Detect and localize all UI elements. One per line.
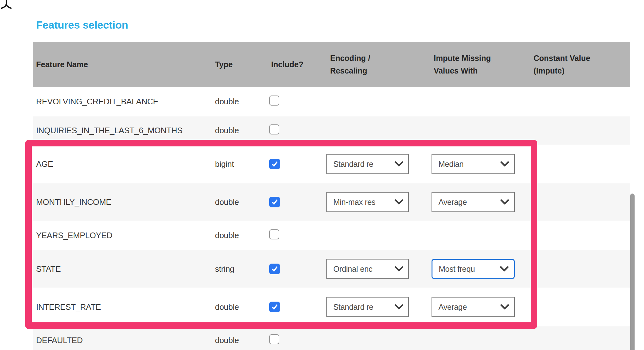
encoding-rescaling-select[interactable]: Ordinal enc bbox=[326, 259, 409, 279]
feature-name: DEFAULTED bbox=[33, 336, 215, 345]
table-row: STATE string Ordinal enc bbox=[33, 250, 630, 288]
impute-missing-select[interactable]: Median bbox=[432, 154, 515, 174]
table-header-row: Feature Name Type Include? Encoding / Re… bbox=[33, 42, 630, 87]
table-row: MONTHLY_INCOME double Min-max res bbox=[33, 183, 630, 221]
vertical-scrollbar-thumb[interactable] bbox=[630, 194, 635, 350]
encoding-rescaling-select[interactable]: Standard re bbox=[326, 154, 409, 174]
feature-name: REVOLVING_CREDIT_BALANCE bbox=[33, 97, 215, 107]
encoding-rescaling-select[interactable]: Min-max res bbox=[326, 192, 409, 212]
text-cursor-icon bbox=[0, 0, 14, 9]
table-row: DEFAULTED double bbox=[33, 326, 630, 350]
feature-type: string bbox=[215, 264, 269, 274]
feature-type: double bbox=[215, 197, 269, 207]
table-row: INTEREST_RATE double Standard re bbox=[33, 288, 630, 326]
feature-type: bigint bbox=[215, 159, 269, 169]
features-selection-screen: Features selection Feature Name Type Inc… bbox=[0, 0, 644, 350]
checkmark-icon bbox=[271, 161, 278, 167]
feature-type: double bbox=[215, 97, 269, 107]
chevron-down-icon bbox=[500, 266, 509, 272]
chevron-down-icon bbox=[500, 161, 509, 167]
feature-type: double bbox=[215, 126, 269, 135]
col-header-encoding-rescaling: Encoding / Rescaling bbox=[326, 52, 432, 77]
table-row: INQUIRIES_IN_THE_LAST_6_MONTHS double bbox=[33, 116, 630, 145]
feature-name: AGE bbox=[33, 159, 215, 169]
checkmark-icon bbox=[271, 304, 278, 310]
include-checkbox[interactable] bbox=[269, 96, 279, 106]
include-checkbox[interactable] bbox=[269, 334, 279, 344]
table-row: AGE bigint Standard re M bbox=[33, 145, 630, 183]
checkmark-icon bbox=[271, 199, 278, 205]
page-title: Features selection bbox=[36, 19, 128, 31]
include-checkbox[interactable] bbox=[269, 264, 280, 274]
feature-name: YEARS_EMPLOYED bbox=[33, 231, 215, 240]
feature-name: STATE bbox=[33, 264, 215, 274]
include-checkbox[interactable] bbox=[269, 197, 280, 207]
feature-type: double bbox=[215, 231, 269, 240]
chevron-down-icon bbox=[394, 199, 403, 205]
feature-name: INTEREST_RATE bbox=[33, 302, 215, 312]
chevron-down-icon bbox=[394, 266, 403, 272]
impute-missing-select-focused[interactable]: Most frequ bbox=[432, 259, 515, 279]
encoding-rescaling-select[interactable]: Standard re bbox=[326, 297, 409, 317]
include-checkbox[interactable] bbox=[269, 229, 279, 239]
chevron-down-icon bbox=[500, 199, 509, 205]
impute-missing-select[interactable]: Average bbox=[432, 297, 515, 317]
col-header-impute-missing: Impute Missing Values With bbox=[432, 52, 534, 77]
chevron-down-icon bbox=[500, 304, 509, 310]
checkmark-icon bbox=[271, 265, 278, 272]
include-checkbox[interactable] bbox=[269, 159, 280, 169]
include-checkbox[interactable] bbox=[269, 124, 279, 134]
feature-type: double bbox=[215, 336, 269, 345]
feature-name: MONTHLY_INCOME bbox=[33, 197, 215, 207]
col-header-include: Include? bbox=[269, 58, 326, 71]
table-row: REVOLVING_CREDIT_BALANCE double bbox=[33, 87, 630, 116]
chevron-down-icon bbox=[394, 161, 403, 167]
features-table: Feature Name Type Include? Encoding / Re… bbox=[33, 42, 630, 350]
col-header-type: Type bbox=[215, 58, 269, 71]
include-checkbox[interactable] bbox=[269, 302, 280, 312]
feature-type: double bbox=[215, 302, 269, 312]
impute-missing-select[interactable]: Average bbox=[432, 192, 515, 212]
table-row: YEARS_EMPLOYED double bbox=[33, 221, 630, 250]
col-header-constant-value: Constant Value (Impute) bbox=[534, 52, 630, 77]
col-header-feature-name: Feature Name bbox=[33, 58, 215, 71]
chevron-down-icon bbox=[394, 304, 403, 310]
feature-name: INQUIRIES_IN_THE_LAST_6_MONTHS bbox=[33, 126, 215, 135]
